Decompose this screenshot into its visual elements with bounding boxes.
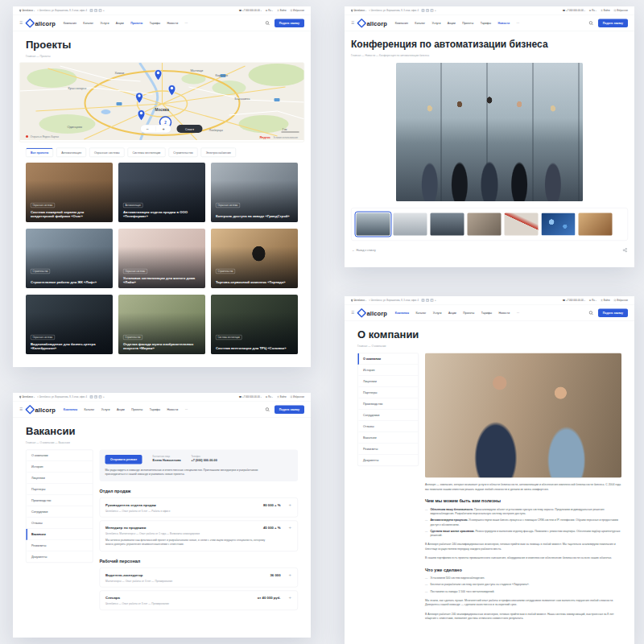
expand-plus-icon[interactable]: +: [288, 595, 291, 601]
submit-request-button[interactable]: Подать заявку: [598, 19, 628, 27]
search-icon[interactable]: [265, 21, 270, 26]
map-open-link[interactable]: Открыть в Яндекс.Картах: [31, 135, 60, 138]
nav-item[interactable]: ···: [185, 408, 188, 411]
filter-chip[interactable]: Охранные системы: [89, 148, 125, 158]
sidebar-item[interactable]: Документы: [27, 551, 93, 563]
vacancy-card[interactable]: Руководитель отдела продаж 80 000 + % + …: [100, 497, 299, 518]
social-more[interactable]: +: [435, 299, 436, 302]
project-card[interactable]: Строительство Торгово-сервисный комплекс…: [211, 229, 298, 288]
expand-plus-icon[interactable]: +: [288, 502, 291, 507]
sidebar-item[interactable]: Лицензии: [27, 473, 93, 484]
vk-icon[interactable]: ◉: [430, 9, 433, 12]
breadcrumb[interactable]: Главная — Проекты: [26, 55, 311, 58]
sidebar-item[interactable]: Сотрудники: [358, 410, 419, 421]
search-icon[interactable]: [265, 407, 270, 412]
submit-request-button[interactable]: Подать заявку: [275, 19, 304, 27]
phone-link[interactable]: ☎ +7 000 000-00-00▾: [563, 10, 585, 12]
sidebar-item[interactable]: История: [27, 461, 93, 473]
language-selector[interactable]: ⚙ Ru▾: [266, 10, 273, 12]
filter-chip[interactable]: Электроснабжение: [201, 148, 236, 158]
filter-chip[interactable]: Все проекты: [26, 148, 53, 158]
nav-item[interactable]: Каталог: [416, 312, 427, 315]
gallery-thumbnail[interactable]: [357, 213, 390, 236]
nav-item[interactable]: ···: [517, 312, 520, 315]
sidebar-item[interactable]: Документы: [358, 455, 419, 466]
project-card[interactable]: Строительство Отделка фасада музея изобр…: [118, 295, 205, 354]
project-card[interactable]: Автоматизация Автоматизация отдела прода…: [118, 163, 205, 222]
nav-item[interactable]: Каталог: [85, 408, 95, 411]
gallery-thumbnail[interactable]: [394, 213, 427, 236]
nav-item[interactable]: Тарифы: [150, 22, 160, 25]
youtube-icon[interactable]: ▶: [426, 9, 429, 12]
sidebar-item[interactable]: Лицензии: [358, 376, 419, 387]
youtube-icon[interactable]: ▶: [94, 9, 97, 12]
logo[interactable]: allcorp: [358, 309, 387, 316]
submit-request-button[interactable]: Подать заявку: [275, 405, 304, 414]
phone-link[interactable]: ☎ +7 000 000-00-00▾: [239, 10, 262, 12]
nav-item[interactable]: Услуги: [433, 312, 442, 315]
telegram-icon[interactable]: ✈: [89, 9, 93, 12]
youtube-icon[interactable]: ▶: [94, 395, 97, 398]
map-terms-link[interactable]: Условия использования: [274, 136, 299, 139]
menu-burger-icon[interactable]: ☰: [351, 21, 354, 25]
nav-item[interactable]: Компания: [395, 22, 408, 25]
send-resume-button[interactable]: Отправить резюме: [105, 455, 142, 464]
city-selector[interactable]: Челябинск▾: [351, 9, 366, 12]
favorites-link[interactable]: Избранное: [614, 299, 628, 302]
phone-link[interactable]: ☎ +7 000 000-00-00▾: [563, 299, 585, 302]
nav-item[interactable]: ···: [517, 22, 520, 25]
sidebar-item[interactable]: О компании: [358, 353, 419, 365]
project-card[interactable]: Охранные системы Видеонаблюдение для биз…: [26, 295, 113, 354]
expand-plus-icon[interactable]: +: [288, 525, 291, 530]
city-selector[interactable]: Челябинск▾: [19, 9, 35, 12]
favorites-link[interactable]: Избранное: [614, 10, 628, 12]
vacancy-card[interactable]: Слесарь от 40 000 руб. + Челябинск — Опы…: [100, 591, 299, 611]
sidebar-item[interactable]: Производство: [358, 398, 419, 410]
sidebar-item[interactable]: Сотрудники: [27, 506, 93, 518]
nav-item[interactable]: Проекты: [130, 22, 142, 25]
project-card[interactable]: Строительство Строительные работы для ЖК…: [26, 229, 113, 288]
nav-item[interactable]: ···: [185, 22, 188, 25]
nav-item[interactable]: Тарифы: [481, 312, 492, 315]
nav-item[interactable]: Проекты: [131, 408, 142, 411]
nav-item[interactable]: Новости: [497, 22, 510, 25]
sidebar-item[interactable]: История: [358, 365, 419, 376]
map-layers-control[interactable]: Слои ▾: [177, 125, 203, 133]
contact-phone[interactable]: +7 (000) 000-00-00: [192, 459, 217, 463]
breadcrumb[interactable]: Главная — О компании: [357, 345, 634, 348]
sidebar-item[interactable]: О компании: [27, 450, 93, 461]
phone-link[interactable]: ☎ +7 000 000-00-00▾: [239, 396, 262, 398]
youtube-icon[interactable]: ▶: [426, 299, 429, 302]
nav-item[interactable]: Услуги: [101, 22, 109, 25]
language-selector[interactable]: ⚙ Ru▾: [589, 299, 597, 302]
filter-chip[interactable]: Системы вентиляции: [128, 148, 166, 158]
login-link[interactable]: Войти: [601, 299, 610, 302]
nav-item[interactable]: Компания: [64, 22, 76, 25]
expand-plus-icon[interactable]: +: [288, 572, 291, 577]
sidebar-item[interactable]: Производство: [27, 495, 93, 506]
nav-item[interactable]: Компания: [64, 408, 77, 411]
gallery-thumbnail[interactable]: [431, 213, 464, 236]
project-card[interactable]: Системы вентиляции Система вентиляции дл…: [211, 295, 298, 354]
sidebar-item[interactable]: Вакансии: [27, 529, 93, 540]
gallery-thumbnail[interactable]: [579, 213, 613, 236]
gallery-thumbnail[interactable]: [542, 213, 576, 236]
sidebar-item[interactable]: Реквизиты: [358, 444, 419, 455]
submit-request-button[interactable]: Подать заявку: [598, 308, 628, 317]
sidebar-item[interactable]: Вакансии: [358, 432, 419, 444]
nav-item[interactable]: Новости: [167, 22, 179, 25]
language-selector[interactable]: ⚙ Ru▾: [266, 396, 273, 398]
nav-item[interactable]: Услуги: [432, 22, 441, 25]
search-icon[interactable]: [588, 21, 593, 26]
nav-item[interactable]: Тарифы: [150, 408, 160, 411]
menu-burger-icon[interactable]: ☰: [19, 407, 23, 411]
menu-burger-icon[interactable]: ☰: [351, 311, 354, 315]
gallery-thumbnail[interactable]: [468, 213, 502, 236]
vacancy-card[interactable]: Менеджер по продажам 45 000 + % + Челяби…: [100, 521, 299, 551]
project-card[interactable]: Охранные системы Контроль доступа на зав…: [211, 163, 298, 222]
nav-item[interactable]: Услуги: [101, 408, 110, 411]
login-link[interactable]: Войти: [601, 10, 610, 12]
city-selector[interactable]: Челябинск▾: [19, 395, 35, 398]
social-more[interactable]: +: [103, 10, 105, 12]
city-selector[interactable]: Челябинск▾: [351, 299, 366, 302]
